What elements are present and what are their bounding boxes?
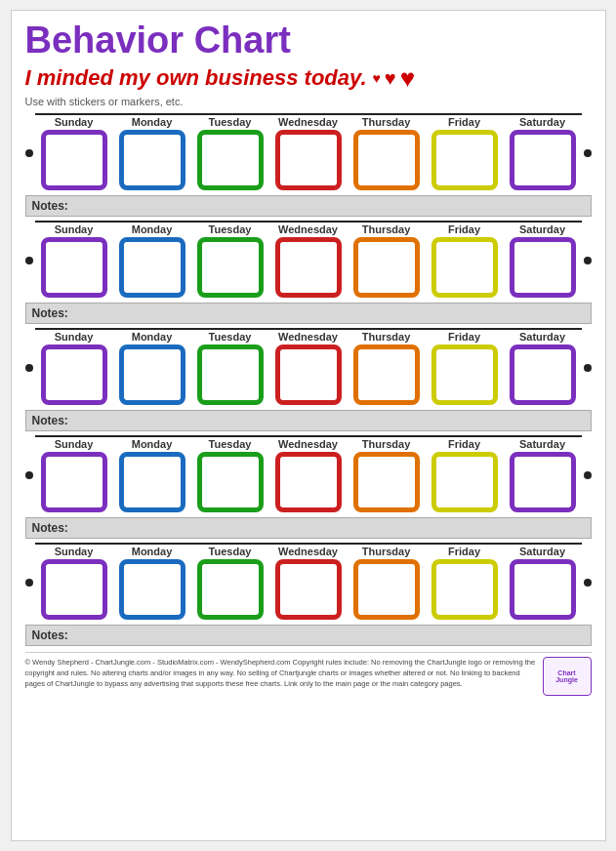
day-label: Monday	[132, 331, 173, 343]
week-1-day-tuesday: Tuesday	[191, 115, 269, 193]
week-3-days: SundayMondayTuesdayWednesdayThursdayFrid…	[35, 328, 582, 408]
day-checkbox[interactable]	[353, 559, 420, 620]
day-checkbox[interactable]	[275, 559, 342, 620]
day-label: Wednesday	[278, 546, 338, 557]
day-checkbox[interactable]	[119, 130, 185, 190]
day-checkbox[interactable]	[275, 344, 342, 405]
day-checkbox[interactable]	[431, 344, 498, 405]
dot-left-icon	[25, 364, 33, 372]
day-checkbox[interactable]	[41, 452, 107, 512]
day-checkbox[interactable]	[431, 237, 498, 298]
day-checkbox[interactable]	[119, 452, 185, 512]
day-label: Tuesday	[209, 546, 252, 557]
day-label: Sunday	[55, 116, 94, 128]
day-checkbox[interactable]	[197, 344, 264, 405]
day-checkbox[interactable]	[41, 344, 107, 405]
day-label: Sunday	[55, 438, 94, 450]
day-label: Thursday	[362, 116, 411, 128]
day-checkbox[interactable]	[197, 237, 264, 298]
day-checkbox[interactable]	[353, 452, 420, 512]
week-1: SundayMondayTuesdayWednesdayThursdayFrid…	[25, 113, 592, 217]
day-checkbox[interactable]	[510, 237, 576, 298]
day-label: Sunday	[55, 331, 94, 343]
day-checkbox[interactable]	[197, 130, 264, 190]
week-4-day-wednesday: Wednesday	[269, 437, 348, 515]
week-1-day-friday: Friday	[426, 115, 504, 193]
heart-medium-icon: ♥	[385, 67, 396, 90]
dot-right-icon	[584, 471, 592, 479]
week-5-day-thursday: Thursday	[348, 545, 426, 623]
dot-left-icon	[25, 579, 33, 587]
week-3-row: SundayMondayTuesdayWednesdayThursdayFrid…	[25, 328, 592, 408]
dot-right-icon	[584, 257, 592, 264]
week-2-day-saturday: Saturday	[504, 223, 582, 301]
notes-bar: Notes:	[25, 517, 592, 539]
day-checkbox[interactable]	[510, 452, 576, 512]
week-5-day-tuesday: Tuesday	[191, 545, 269, 623]
day-label: Friday	[448, 331, 480, 343]
day-checkbox[interactable]	[119, 237, 185, 298]
day-label: Sunday	[55, 223, 94, 235]
day-checkbox[interactable]	[41, 559, 107, 620]
week-1-day-wednesday: Wednesday	[269, 115, 348, 193]
heart-large-icon: ♥	[400, 63, 415, 94]
week-3-day-friday: Friday	[426, 330, 504, 408]
week-5-day-wednesday: Wednesday	[269, 545, 348, 623]
day-label: Wednesday	[278, 116, 338, 128]
day-checkbox[interactable]	[353, 130, 420, 190]
week-3-day-tuesday: Tuesday	[191, 330, 269, 408]
week-5-row: SundayMondayTuesdayWednesdayThursdayFrid…	[25, 543, 592, 623]
page-title: Behavior Chart	[25, 20, 592, 61]
week-2-day-sunday: Sunday	[35, 223, 113, 301]
week-4-day-saturday: Saturday	[504, 437, 582, 515]
week-2: SundayMondayTuesdayWednesdayThursdayFrid…	[25, 221, 592, 324]
day-checkbox[interactable]	[431, 130, 498, 190]
week-2-day-friday: Friday	[426, 223, 504, 301]
week-2-row: SundayMondayTuesdayWednesdayThursdayFrid…	[25, 221, 592, 301]
day-checkbox[interactable]	[510, 130, 576, 190]
day-checkbox[interactable]	[353, 344, 420, 405]
day-checkbox[interactable]	[275, 452, 342, 512]
week-3-day-thursday: Thursday	[348, 330, 426, 408]
day-label: Thursday	[362, 331, 411, 343]
week-2-day-tuesday: Tuesday	[191, 223, 269, 301]
week-1-day-monday: Monday	[113, 115, 191, 193]
week-5-days: SundayMondayTuesdayWednesdayThursdayFrid…	[35, 543, 582, 623]
week-3-day-saturday: Saturday	[504, 330, 582, 408]
day-checkbox[interactable]	[275, 237, 342, 298]
day-checkbox[interactable]	[353, 237, 420, 298]
week-3-day-sunday: Sunday	[35, 330, 113, 408]
day-checkbox[interactable]	[197, 559, 264, 620]
week-1-day-thursday: Thursday	[348, 115, 426, 193]
week-2-day-thursday: Thursday	[348, 223, 426, 301]
week-1-day-sunday: Sunday	[35, 115, 113, 193]
day-checkbox[interactable]	[510, 344, 576, 405]
notes-bar: Notes:	[25, 303, 592, 324]
day-checkbox[interactable]	[431, 559, 498, 620]
dot-right-icon	[584, 579, 592, 587]
week-5: SundayMondayTuesdayWednesdayThursdayFrid…	[25, 543, 592, 646]
day-label: Saturday	[519, 223, 565, 235]
dot-right-icon	[584, 149, 592, 157]
day-label: Monday	[132, 546, 173, 557]
week-2-days: SundayMondayTuesdayWednesdayThursdayFrid…	[35, 221, 582, 301]
week-5-day-monday: Monday	[113, 545, 191, 623]
week-1-row: SundayMondayTuesdayWednesdayThursdayFrid…	[25, 113, 592, 193]
day-label: Tuesday	[209, 223, 252, 235]
day-checkbox[interactable]	[510, 559, 576, 620]
day-label: Saturday	[519, 331, 565, 343]
page: Behavior Chart I minded my own business …	[11, 10, 606, 841]
week-3-day-wednesday: Wednesday	[269, 330, 348, 408]
day-label: Saturday	[519, 116, 565, 128]
week-4-day-friday: Friday	[426, 437, 504, 515]
day-checkbox[interactable]	[41, 237, 107, 298]
day-checkbox[interactable]	[275, 130, 342, 190]
day-label: Thursday	[362, 438, 411, 450]
day-checkbox[interactable]	[119, 559, 185, 620]
day-checkbox[interactable]	[119, 344, 185, 405]
week-4-days: SundayMondayTuesdayWednesdayThursdayFrid…	[35, 435, 582, 515]
day-checkbox[interactable]	[41, 130, 107, 190]
week-5-day-friday: Friday	[426, 545, 504, 623]
day-checkbox[interactable]	[197, 452, 264, 512]
day-checkbox[interactable]	[431, 452, 498, 512]
